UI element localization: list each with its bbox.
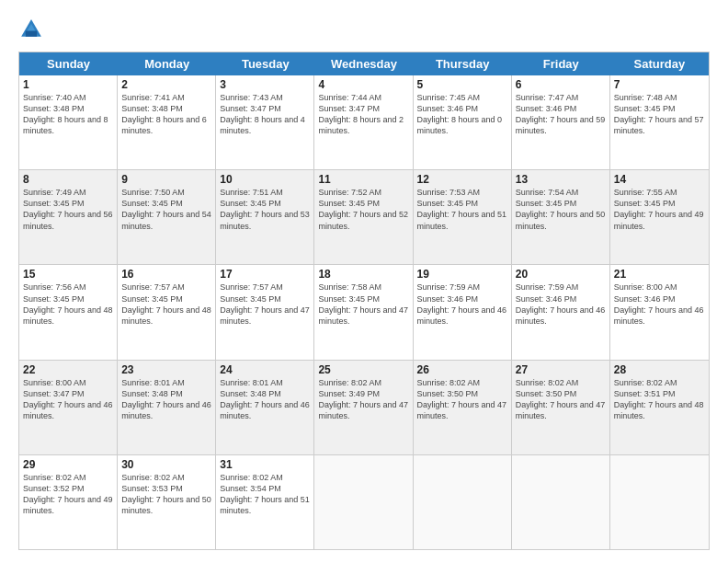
day-detail: Sunrise: 8:00 AMSunset: 3:47 PMDaylight:… xyxy=(23,377,113,422)
day-of-week-header: Wednesday xyxy=(314,52,413,75)
calendar-day-cell: 8Sunrise: 7:49 AMSunset: 3:45 PMDaylight… xyxy=(19,170,118,264)
day-number: 30 xyxy=(121,458,211,471)
day-number: 26 xyxy=(417,363,507,376)
day-number: 20 xyxy=(516,268,606,281)
day-number: 9 xyxy=(121,173,211,186)
page: SundayMondayTuesdayWednesdayThursdayFrid… xyxy=(0,0,728,563)
day-detail: Sunrise: 7:43 AMSunset: 3:47 PMDaylight:… xyxy=(220,92,310,137)
day-detail: Sunrise: 7:44 AMSunset: 3:47 PMDaylight:… xyxy=(318,92,408,137)
calendar-day-cell: 3Sunrise: 7:43 AMSunset: 3:47 PMDaylight… xyxy=(216,75,314,169)
calendar-day-cell: 20Sunrise: 7:59 AMSunset: 3:46 PMDayligh… xyxy=(512,265,610,359)
day-detail: Sunrise: 8:01 AMSunset: 3:48 PMDaylight:… xyxy=(220,377,310,422)
day-detail: Sunrise: 7:50 AMSunset: 3:45 PMDaylight:… xyxy=(121,187,211,232)
day-number: 15 xyxy=(23,268,113,281)
calendar-day-cell: 16Sunrise: 7:57 AMSunset: 3:45 PMDayligh… xyxy=(118,265,216,359)
calendar: SundayMondayTuesdayWednesdayThursdayFrid… xyxy=(18,52,710,550)
day-number: 7 xyxy=(614,78,705,91)
calendar-day-cell: 15Sunrise: 7:56 AMSunset: 3:45 PMDayligh… xyxy=(19,265,118,359)
calendar-day-cell: 11Sunrise: 7:52 AMSunset: 3:45 PMDayligh… xyxy=(314,170,413,264)
day-number: 4 xyxy=(318,78,408,91)
day-number: 3 xyxy=(220,78,310,91)
day-of-week-header: Sunday xyxy=(19,52,118,75)
calendar-day-cell: 5Sunrise: 7:45 AMSunset: 3:46 PMDaylight… xyxy=(414,75,512,169)
calendar-week: 29Sunrise: 8:02 AMSunset: 3:52 PMDayligh… xyxy=(19,455,709,549)
logo xyxy=(18,17,48,42)
calendar-day-cell: 18Sunrise: 7:58 AMSunset: 3:45 PMDayligh… xyxy=(314,265,413,359)
day-number: 14 xyxy=(614,173,705,186)
day-number: 16 xyxy=(121,268,211,281)
calendar-day-cell: 10Sunrise: 7:51 AMSunset: 3:45 PMDayligh… xyxy=(216,170,314,264)
calendar-day-cell: 27Sunrise: 8:02 AMSunset: 3:50 PMDayligh… xyxy=(512,361,610,454)
day-number: 13 xyxy=(516,173,606,186)
calendar-day-cell: 4Sunrise: 7:44 AMSunset: 3:47 PMDaylight… xyxy=(314,75,413,169)
day-detail: Sunrise: 7:40 AMSunset: 3:48 PMDaylight:… xyxy=(23,92,113,137)
day-detail: Sunrise: 7:51 AMSunset: 3:45 PMDaylight:… xyxy=(220,187,310,232)
day-detail: Sunrise: 7:56 AMSunset: 3:45 PMDaylight:… xyxy=(23,282,113,327)
day-number: 5 xyxy=(417,78,507,91)
day-detail: Sunrise: 7:47 AMSunset: 3:46 PMDaylight:… xyxy=(516,92,606,137)
day-number: 29 xyxy=(23,458,113,471)
day-detail: Sunrise: 7:59 AMSunset: 3:46 PMDaylight:… xyxy=(516,282,606,327)
day-detail: Sunrise: 8:02 AMSunset: 3:52 PMDaylight:… xyxy=(23,472,113,517)
calendar-week: 22Sunrise: 8:00 AMSunset: 3:47 PMDayligh… xyxy=(19,361,709,455)
day-detail: Sunrise: 7:41 AMSunset: 3:48 PMDaylight:… xyxy=(121,92,211,137)
calendar-day-cell: 1Sunrise: 7:40 AMSunset: 3:48 PMDaylight… xyxy=(19,75,118,169)
day-detail: Sunrise: 8:01 AMSunset: 3:48 PMDaylight:… xyxy=(121,377,211,422)
calendar-day-cell: 25Sunrise: 8:02 AMSunset: 3:49 PMDayligh… xyxy=(314,361,413,454)
calendar-day-cell: 21Sunrise: 8:00 AMSunset: 3:46 PMDayligh… xyxy=(610,265,709,359)
calendar-week: 8Sunrise: 7:49 AMSunset: 3:45 PMDaylight… xyxy=(19,170,709,265)
calendar-day-cell: 28Sunrise: 8:02 AMSunset: 3:51 PMDayligh… xyxy=(610,361,709,454)
day-detail: Sunrise: 8:02 AMSunset: 3:49 PMDaylight:… xyxy=(318,377,408,422)
day-number: 22 xyxy=(23,363,113,376)
header xyxy=(18,17,710,42)
day-number: 2 xyxy=(121,78,211,91)
day-detail: Sunrise: 7:45 AMSunset: 3:46 PMDaylight:… xyxy=(417,92,507,137)
day-number: 6 xyxy=(516,78,606,91)
day-detail: Sunrise: 8:02 AMSunset: 3:54 PMDaylight:… xyxy=(220,472,310,517)
day-of-week-header: Saturday xyxy=(610,52,709,75)
calendar-day-cell: 30Sunrise: 8:02 AMSunset: 3:53 PMDayligh… xyxy=(118,455,216,549)
calendar-week: 15Sunrise: 7:56 AMSunset: 3:45 PMDayligh… xyxy=(19,265,709,360)
calendar-day-cell: 13Sunrise: 7:54 AMSunset: 3:45 PMDayligh… xyxy=(512,170,610,264)
calendar-day-cell: 14Sunrise: 7:55 AMSunset: 3:45 PMDayligh… xyxy=(610,170,709,264)
calendar-week: 1Sunrise: 7:40 AMSunset: 3:48 PMDaylight… xyxy=(19,75,709,170)
day-detail: Sunrise: 8:00 AMSunset: 3:46 PMDaylight:… xyxy=(614,282,705,327)
day-number: 10 xyxy=(220,173,310,186)
calendar-day-cell: 2Sunrise: 7:41 AMSunset: 3:48 PMDaylight… xyxy=(118,75,216,169)
calendar-day-cell: 17Sunrise: 7:57 AMSunset: 3:45 PMDayligh… xyxy=(216,265,314,359)
day-number: 31 xyxy=(220,458,310,471)
svg-rect-2 xyxy=(26,31,37,37)
day-detail: Sunrise: 7:55 AMSunset: 3:45 PMDaylight:… xyxy=(614,187,705,232)
calendar-day-cell: 19Sunrise: 7:59 AMSunset: 3:46 PMDayligh… xyxy=(414,265,512,359)
calendar-day-cell: 7Sunrise: 7:48 AMSunset: 3:45 PMDaylight… xyxy=(610,75,709,169)
day-number: 28 xyxy=(614,363,705,376)
calendar-day-cell: 29Sunrise: 8:02 AMSunset: 3:52 PMDayligh… xyxy=(19,455,118,549)
day-detail: Sunrise: 8:02 AMSunset: 3:50 PMDaylight:… xyxy=(417,377,507,422)
day-of-week-header: Monday xyxy=(118,52,216,75)
calendar-day-cell: 23Sunrise: 8:01 AMSunset: 3:48 PMDayligh… xyxy=(118,361,216,454)
day-detail: Sunrise: 8:02 AMSunset: 3:51 PMDaylight:… xyxy=(614,377,705,422)
day-detail: Sunrise: 7:59 AMSunset: 3:46 PMDaylight:… xyxy=(417,282,507,327)
day-number: 8 xyxy=(23,173,113,186)
day-number: 19 xyxy=(417,268,507,281)
calendar-day-cell: 9Sunrise: 7:50 AMSunset: 3:45 PMDaylight… xyxy=(118,170,216,264)
calendar-day-cell: 31Sunrise: 8:02 AMSunset: 3:54 PMDayligh… xyxy=(216,455,314,549)
calendar-header-row: SundayMondayTuesdayWednesdayThursdayFrid… xyxy=(19,52,709,75)
logo-icon xyxy=(18,17,44,42)
day-number: 23 xyxy=(121,363,211,376)
day-detail: Sunrise: 8:02 AMSunset: 3:50 PMDaylight:… xyxy=(516,377,606,422)
day-number: 11 xyxy=(318,173,408,186)
day-of-week-header: Thursday xyxy=(414,52,512,75)
day-detail: Sunrise: 8:02 AMSunset: 3:53 PMDaylight:… xyxy=(121,472,211,517)
calendar-day-cell: 12Sunrise: 7:53 AMSunset: 3:45 PMDayligh… xyxy=(414,170,512,264)
day-number: 12 xyxy=(417,173,507,186)
day-number: 24 xyxy=(220,363,310,376)
calendar-day-cell: 6Sunrise: 7:47 AMSunset: 3:46 PMDaylight… xyxy=(512,75,610,169)
day-detail: Sunrise: 7:54 AMSunset: 3:45 PMDaylight:… xyxy=(516,187,606,232)
day-number: 21 xyxy=(614,268,705,281)
day-detail: Sunrise: 7:48 AMSunset: 3:45 PMDaylight:… xyxy=(614,92,705,137)
day-detail: Sunrise: 7:49 AMSunset: 3:45 PMDaylight:… xyxy=(23,187,113,232)
day-detail: Sunrise: 7:57 AMSunset: 3:45 PMDaylight:… xyxy=(121,282,211,327)
day-detail: Sunrise: 7:52 AMSunset: 3:45 PMDaylight:… xyxy=(318,187,408,232)
day-detail: Sunrise: 7:57 AMSunset: 3:45 PMDaylight:… xyxy=(220,282,310,327)
